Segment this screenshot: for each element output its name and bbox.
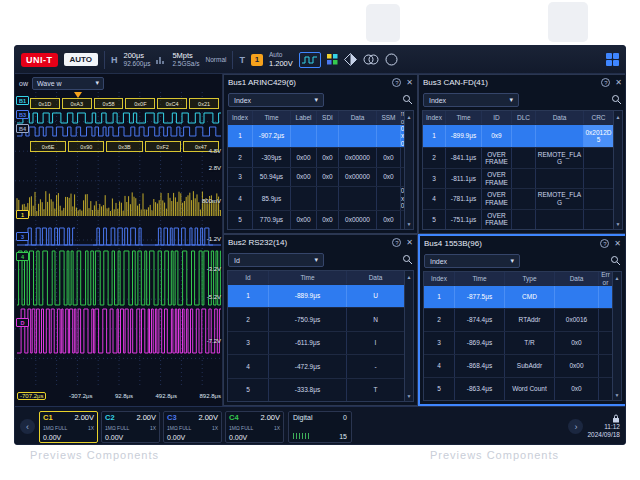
trigger-readout[interactable]: Auto 1.200V <box>269 51 293 68</box>
table-row[interactable]: 5770.9μs0x000x00x000000x0 <box>228 210 404 229</box>
channel-tag-b1[interactable]: B1 <box>16 96 29 105</box>
bus4-filter-dropdown[interactable]: Index ▾ <box>424 254 520 268</box>
table-row[interactable]: 2-750.9μsN <box>228 307 404 330</box>
decode-diamond-icon[interactable] <box>344 53 357 66</box>
waveform-plot[interactable]: 0x1D0xA30x580x0F0xC40x21 0x6E0x900x3B0xF… <box>15 92 223 388</box>
help-icon[interactable]: ? <box>600 239 609 248</box>
table-cell: 0x0 <box>554 332 598 354</box>
table-row[interactable]: 5-751.1μsOVER FRAME <box>423 209 613 229</box>
wave-display-icon[interactable] <box>299 52 321 68</box>
table-row[interactable]: 5-333.8μsT <box>228 378 404 401</box>
column-header: Time <box>268 271 346 284</box>
channel-tag-1[interactable]: 1 <box>16 210 29 219</box>
table-row[interactable]: 1-877.5μsCMD <box>424 285 612 308</box>
channels-icon[interactable] <box>327 54 338 65</box>
close-icon[interactable]: ✕ <box>614 240 621 248</box>
table-cell: 0x0016 <box>554 309 598 331</box>
channel-scale: 2.00V <box>136 413 156 422</box>
scroll-track[interactable] <box>405 122 413 218</box>
table-row[interactable]: 3-811.1μsOVER FRAME <box>423 168 613 188</box>
bus4-scrollbar[interactable]: ▲ ▼ <box>613 271 622 401</box>
channel-tag-3[interactable]: 3 <box>16 232 29 241</box>
close-icon[interactable]: ✕ <box>406 239 413 247</box>
channel-box-c4[interactable]: C42.00V1MΩ FULL1X0.00V <box>225 411 284 443</box>
table-cell <box>535 210 583 229</box>
table-row[interactable]: 2-309μs0x000x00x000000x0 <box>228 147 404 166</box>
scroll-down-icon[interactable]: ▼ <box>613 389 621 400</box>
table-row[interactable]: 4-472.9μs- <box>228 354 404 377</box>
table-cell <box>400 211 404 229</box>
trigger-mode: Auto <box>269 51 293 59</box>
help-icon[interactable]: ? <box>601 78 610 87</box>
panel-right-chevron-icon[interactable]: › <box>568 419 583 434</box>
bus2-filter-dropdown[interactable]: Id ▾ <box>228 253 324 267</box>
search-icon[interactable] <box>611 91 622 109</box>
record-circle-icon[interactable] <box>385 53 398 66</box>
table-row[interactable]: 4-868.4μsSubAddr0x00 <box>424 354 612 377</box>
bus3-decode-table: IndexTimeIDDLCDataCRCACK1-899.9μs0x90x20… <box>422 110 614 230</box>
window-layout-icon[interactable] <box>606 53 619 66</box>
memory-depth: 5Mpts <box>172 51 199 60</box>
table-header-row: IndexTimeTypeDataError <box>424 272 612 285</box>
bus3-filter-label: Index <box>429 97 446 104</box>
help-icon[interactable]: ? <box>392 78 401 87</box>
table-row[interactable]: 1-889.9μsU <box>228 284 404 307</box>
scroll-up-icon[interactable]: ▲ <box>613 272 621 283</box>
bus3-filter-dropdown[interactable]: Index ▾ <box>423 93 519 107</box>
search-icon[interactable] <box>402 251 413 269</box>
bus3-scrollbar[interactable]: ▲ ▼ <box>614 110 623 230</box>
digital-channels-box[interactable]: Digital 0 15 <box>288 411 352 443</box>
table-cell: 3 <box>423 169 445 188</box>
table-row[interactable]: 350.94μs0x000x00x000000x0 <box>228 167 404 186</box>
acquisition-readout[interactable]: 5Mpts 2.5GSa/s <box>172 51 199 68</box>
channel-box-c3[interactable]: C32.00V1MΩ FULL1X0.00V <box>163 411 222 443</box>
channel-tag-b3[interactable]: B3 <box>16 110 29 119</box>
table-row[interactable]: 2-841.1μsOVER FRAMEREMOTE_FLAG <box>423 147 613 167</box>
trigger-source-badge[interactable]: 1 <box>251 54 263 66</box>
bus2-scrollbar[interactable]: ▲ ▼ <box>405 270 414 402</box>
table-row[interactable]: 3-869.4μsT/R0x0 <box>424 331 612 354</box>
channel-offset: 0.00V <box>167 434 218 441</box>
channel-box-c1[interactable]: C12.00V1MΩ FULL1X0.00V <box>39 411 98 443</box>
channel-tag-4[interactable]: 4 <box>16 252 29 261</box>
scroll-track[interactable] <box>405 282 413 390</box>
bus1-panel-controls: Index ▾ <box>224 90 417 110</box>
table-row[interactable]: 4-781.1μsOVER FRAMEREMOTE_FLAG <box>423 188 613 208</box>
bus2-panel-title: Bus2 RS232(14) <box>228 238 387 247</box>
table-row[interactable]: 5-863.4μsWord Count0x0 <box>424 377 612 400</box>
close-icon[interactable]: ✕ <box>615 79 622 87</box>
table-row[interactable]: 485.9μs0x0 <box>228 186 404 209</box>
help-icon[interactable]: ? <box>392 238 401 247</box>
scroll-up-icon[interactable]: ▲ <box>405 111 413 122</box>
channel-scale: 2.00V <box>74 413 94 422</box>
channel-tag-b4[interactable]: B4 <box>16 124 29 133</box>
scroll-down-icon[interactable]: ▼ <box>614 218 622 229</box>
scroll-down-icon[interactable]: ▼ <box>405 218 413 229</box>
wave-window-dropdown[interactable]: Wave w ▾ <box>32 77 104 90</box>
channel-name: C2 <box>105 413 115 422</box>
bus1-filter-dropdown[interactable]: Index ▾ <box>228 93 324 107</box>
table-row[interactable]: 1-907.2μs0x0 <box>228 124 404 147</box>
table-cell <box>583 169 613 188</box>
channel-tag-d[interactable]: D <box>16 318 29 327</box>
bus1-scrollbar[interactable]: ▲ ▼ <box>405 110 414 230</box>
xy-circles-icon[interactable] <box>363 54 379 65</box>
table-row[interactable]: 3-611.9μsI <box>228 331 404 354</box>
search-icon[interactable] <box>610 252 621 270</box>
search-icon[interactable] <box>402 91 413 109</box>
timebase-readout[interactable]: 200μs 92.600μs <box>124 51 151 68</box>
table-row[interactable]: 1-899.9μs0x90x2012D5ACK <box>423 124 613 147</box>
scroll-down-icon[interactable]: ▼ <box>405 390 413 401</box>
bus3-panel-controls: Index ▾ <box>419 90 626 110</box>
scroll-track[interactable] <box>613 283 621 389</box>
close-icon[interactable]: ✕ <box>406 79 413 87</box>
table-row[interactable]: 2-874.4μsRTAddr0x0016 <box>424 308 612 331</box>
scroll-up-icon[interactable]: ▲ <box>614 111 622 122</box>
scroll-up-icon[interactable]: ▲ <box>405 271 413 282</box>
bus4-table-wrap: IndexTimeTypeDataError1-877.5μsCMD2-874.… <box>423 271 622 401</box>
channel-box-c2[interactable]: C22.00V1MΩ FULL1X0.00V <box>101 411 160 443</box>
bus1-panel-title: Bus1 ARINC429(6) <box>228 78 387 87</box>
run-state-badge[interactable]: AUTO <box>64 53 99 66</box>
panel-left-chevron-icon[interactable]: ‹ <box>20 419 35 434</box>
scroll-track[interactable] <box>614 122 622 218</box>
